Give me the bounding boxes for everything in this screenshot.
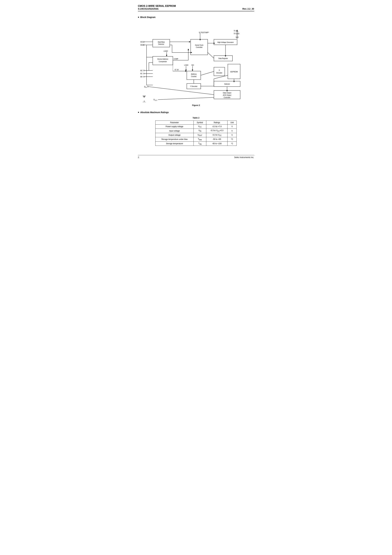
table-row: Power supply voltage VCC -0.3 to +7.0 V xyxy=(155,124,237,129)
svg-rect-94 xyxy=(234,33,235,34)
svg-text:Decoder: Decoder xyxy=(216,72,222,74)
svg-rect-50 xyxy=(143,70,144,71)
symbol-tbias: Tbias xyxy=(193,137,206,141)
svg-text:INC: INC xyxy=(191,64,194,66)
svg-rect-52 xyxy=(143,73,144,74)
load-label: LOAD xyxy=(164,50,168,52)
table-header-row: Parameter Symbol Ratings Unit xyxy=(155,121,237,124)
rating-tbias: -50 to +95 xyxy=(206,137,227,141)
svg-rect-68 xyxy=(214,67,225,76)
table-row: Output voltage VOUT -0.3 to VCC V xyxy=(155,133,237,137)
svg-line-73 xyxy=(201,71,214,75)
param-storage-temp: Storage temperature xyxy=(155,141,194,146)
block-diagram-svg: SCL SDA Start/Stop Detector Serial Clock… xyxy=(138,22,254,102)
svg-marker-80 xyxy=(233,81,235,82)
table-label: Table 2 xyxy=(138,117,254,119)
rating-vin: -0.3 to VCC+0.3 xyxy=(206,129,227,133)
table-row: Storage temperature under bias Tbias -50… xyxy=(155,137,237,141)
scl-label: SCL xyxy=(140,41,144,43)
svg-marker-38 xyxy=(192,70,193,71)
page-number: 2 xyxy=(138,156,139,159)
symbol-vcc: VCC xyxy=(193,124,206,129)
document-title: CMOS 2-WIRE SERIAL EEPROM S-24C01A/02A/0… xyxy=(138,5,176,10)
param-output-voltage: Output voltage xyxy=(155,133,194,137)
svg-text:EEPROM: EEPROM xyxy=(230,71,238,73)
svg-text:Serial Clock: Serial Clock xyxy=(195,44,203,46)
svg-text:High-Voltage Generator: High-Voltage Generator xyxy=(217,42,234,43)
a0-label: A0 xyxy=(140,76,142,78)
gnd-label: GND xyxy=(236,33,240,35)
param-storage-temp-bias: Storage temperature under bias xyxy=(155,137,194,141)
page-header: CMOS 2-WIRE SERIAL EEPROM S-24C01A/02A/0… xyxy=(138,5,254,11)
unit-vcc: V xyxy=(227,124,237,129)
svg-text:ACK Output: ACK Output xyxy=(223,94,231,96)
unit-vout: V xyxy=(227,133,237,137)
param-input-voltage: Input voltage xyxy=(155,129,194,133)
a1-label: A1 xyxy=(140,73,142,74)
unit-tstg: °C xyxy=(227,141,237,146)
svg-text:R / W: R / W xyxy=(175,69,179,71)
svg-text:Counter: Counter xyxy=(191,76,196,77)
dout-label: DOUT xyxy=(153,99,157,101)
din-label: DIN xyxy=(144,86,147,88)
param-power-supply: Power supply voltage xyxy=(155,124,194,129)
svg-marker-90 xyxy=(199,39,201,41)
company-name: Seiko Instruments Inc. xyxy=(234,156,254,159)
svg-text:Data Output: Data Output xyxy=(223,92,231,94)
title-line1: CMOS 2-WIRE SERIAL EEPROM xyxy=(138,5,176,7)
svg-text:X: X xyxy=(219,69,220,71)
table-row: Storage temperature Tstg -65 to +150 °C xyxy=(155,141,237,146)
rating-vcc: -0.3 to +7.0 xyxy=(206,124,227,129)
rating-vout: -0.3 to VCC xyxy=(206,133,227,137)
col-header-unit: Unit xyxy=(227,121,237,124)
ratings-table: Parameter Symbol Ratings Unit Power supp… xyxy=(155,121,237,146)
block-diagram-container: SCL SDA Start/Stop Detector Serial Clock… xyxy=(138,22,254,102)
revision-number: Rev. 2.2_30 xyxy=(242,7,254,10)
svg-text:Device Address: Device Address xyxy=(157,58,168,60)
svg-rect-88 xyxy=(199,32,200,33)
rating-tstg: -65 to +150 xyxy=(206,141,227,146)
svg-marker-16 xyxy=(189,41,191,43)
svg-rect-54 xyxy=(143,76,144,77)
svg-marker-63 xyxy=(214,43,215,44)
svg-text:COMP: COMP xyxy=(174,58,178,60)
svg-line-100 xyxy=(148,87,214,95)
unit-vin: V xyxy=(227,129,237,133)
page-footer: 2 Seiko Instruments Inc. xyxy=(138,155,254,159)
svg-rect-91 xyxy=(234,30,235,31)
svg-rect-12 xyxy=(153,39,170,47)
symbol-vout: VOUT xyxy=(193,133,206,137)
testwp-label: TEST/WP* xyxy=(201,32,209,33)
symbol-vin: VIN xyxy=(193,129,206,133)
a2-label: A2 xyxy=(140,70,142,71)
svg-marker-20 xyxy=(191,52,192,53)
svg-rect-99 xyxy=(147,86,148,87)
svg-text:Y Decoder: Y Decoder xyxy=(190,86,197,87)
title-line2: S-24C01A/02A/04A xyxy=(138,7,176,10)
col-header-parameter: Parameter xyxy=(155,121,194,124)
svg-text:Start/Stop: Start/Stop xyxy=(158,41,165,43)
svg-text:Selector: Selector xyxy=(224,83,230,85)
figure-label: Figure 2 xyxy=(138,104,254,106)
svg-text:Controller: Controller xyxy=(196,46,203,48)
svg-line-87 xyxy=(208,52,214,58)
svg-line-101 xyxy=(158,97,214,100)
unit-tbias: °C xyxy=(227,137,237,141)
svg-text:LOAD: LOAD xyxy=(184,64,188,66)
svg-rect-43 xyxy=(187,71,201,80)
svg-marker-86 xyxy=(226,90,228,92)
col-header-ratings: Ratings xyxy=(206,121,227,124)
table-row: Input voltage VIN -0.3 to VCC+0.3 V xyxy=(155,129,237,133)
svg-text:Data Register: Data Register xyxy=(218,58,228,59)
svg-marker-67 xyxy=(225,55,226,57)
svg-marker-25 xyxy=(166,55,167,56)
col-header-symbol: Symbol xyxy=(193,121,206,124)
svg-text:Detector: Detector xyxy=(158,43,164,45)
absolute-max-ratings-heading: Absolute Maximum Ratings xyxy=(138,111,254,114)
svg-text:Address: Address xyxy=(191,73,196,75)
svg-marker-31 xyxy=(188,49,189,50)
block-diagram-heading: Block Diagram xyxy=(138,16,254,18)
svg-text:Controller: Controller xyxy=(224,97,231,98)
symbol-tstg: Tstg xyxy=(193,141,206,146)
svg-text:Comparator: Comparator xyxy=(159,61,167,62)
